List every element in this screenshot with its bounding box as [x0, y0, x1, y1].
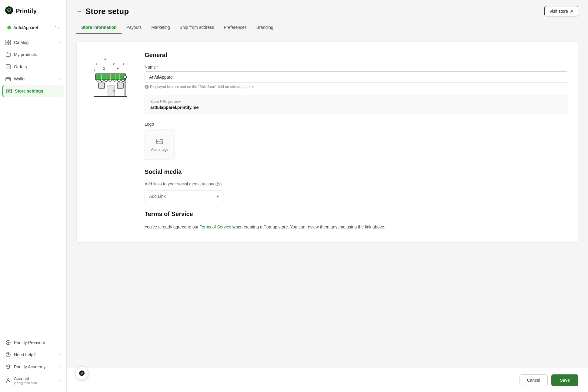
sidebar-item-catalog[interactable]: Catalog › [2, 37, 64, 48]
svg-rect-8 [6, 78, 11, 81]
svg-point-37 [99, 76, 100, 77]
sidebar-item-wallet[interactable]: Wallet › [2, 73, 64, 85]
svg-point-13 [8, 356, 8, 356]
url-preview-label: Store URL preview [150, 100, 563, 104]
logo-section: Logo Add image [145, 122, 568, 160]
sidebar-item-my-products-label: My products [14, 52, 37, 57]
need-help-chevron-icon: › [60, 353, 61, 357]
sidebar-item-printify-academy-label: Printify Academy [14, 364, 45, 369]
logo-label: Logo [145, 122, 568, 127]
visit-store-label: Visit store [550, 9, 568, 14]
svg-rect-3 [8, 40, 11, 42]
app-logo: Printify [0, 0, 66, 22]
store-name: ArtfulApparel [13, 25, 38, 30]
page-header: ← Store setup Visit store ↗ [67, 0, 588, 21]
academy-chevron-icon: › [60, 365, 61, 369]
sidebar-item-orders-label: Orders [14, 64, 27, 69]
sidebar-item-need-help[interactable]: Need help? › [2, 349, 64, 360]
svg-point-38 [122, 76, 123, 77]
tos-title: Terms of Service [145, 211, 568, 218]
required-indicator: * [157, 65, 159, 69]
sidebar-item-account[interactable]: Account john@mail.com › [2, 373, 64, 388]
page-title: Store setup [85, 7, 129, 16]
store-selector-chevron-icon: ⌃↕ [54, 25, 59, 30]
wallet-chevron-icon: › [60, 77, 61, 81]
social-media-title: Social media [145, 168, 568, 175]
logo-upload-button[interactable]: Add image [145, 130, 175, 160]
svg-text:°: ° [123, 63, 124, 67]
add-link-select[interactable]: Add Link ▾ [145, 191, 223, 202]
tab-store-information[interactable]: Store information [76, 21, 122, 34]
svg-point-41 [81, 372, 82, 373]
tabs-bar: Store information Payouts Marketing Ship… [67, 21, 588, 34]
sidebar-item-printify-premium-label: Printify Premium [14, 340, 45, 345]
sidebar-item-orders[interactable]: Orders [2, 61, 64, 73]
wallet-icon [5, 76, 11, 82]
name-input[interactable] [145, 71, 568, 83]
sidebar-item-my-products[interactable]: My products [2, 49, 64, 60]
tos-link[interactable]: Terms of Service [200, 225, 231, 229]
premium-icon [5, 340, 11, 345]
tab-marketing[interactable]: Marketing [146, 21, 175, 34]
name-label: Name * [145, 65, 568, 69]
account-name: Account [14, 376, 37, 381]
catalog-icon [5, 40, 11, 45]
printify-logo-icon [5, 6, 13, 16]
name-hint: i Displayed in store and on the "Ship fr… [145, 85, 568, 89]
sidebar-item-printify-academy[interactable]: Printify Academy › [2, 361, 64, 373]
svg-rect-6 [6, 53, 10, 56]
sidebar-item-store-settings-label: Store settings [15, 89, 43, 93]
cancel-button[interactable]: Cancel [520, 374, 548, 386]
sidebar-item-printify-premium[interactable]: Printify Premium [2, 337, 64, 348]
app-name: Printify [16, 8, 37, 15]
tab-ship-from-address[interactable]: Ship from address [175, 21, 219, 34]
save-button[interactable]: Save [551, 374, 578, 386]
svg-point-36 [125, 76, 126, 78]
store-illustration: + + + ° ° [86, 52, 135, 233]
add-link-placeholder: Add Link [149, 194, 165, 199]
hint-icon: i [145, 85, 149, 89]
svg-point-17 [103, 68, 105, 69]
content-area: + + + ° ° [67, 34, 588, 368]
svg-rect-7 [6, 65, 10, 69]
svg-rect-2 [6, 40, 8, 42]
external-link-icon: ↗ [570, 9, 573, 14]
orders-icon [5, 64, 11, 69]
tab-payouts[interactable]: Payouts [122, 21, 147, 34]
svg-point-18 [113, 63, 114, 64]
sidebar-nav: Catalog › My products Orders [0, 35, 66, 333]
sidebar: Printify ArtfulApparel ⌃↕ Catalog › [0, 0, 67, 392]
main-content: ← Store setup Visit store ↗ Store inform… [67, 0, 588, 392]
back-button[interactable]: ← [76, 8, 82, 15]
add-link-chevron-icon: ▾ [217, 194, 219, 199]
account-chevron-icon: › [60, 378, 61, 383]
store-status-dot [7, 26, 11, 29]
svg-text:°: ° [94, 69, 95, 73]
svg-point-1 [8, 9, 10, 11]
social-media-description: Add links to your social media account(s… [145, 181, 568, 186]
svg-text:+: + [95, 62, 98, 66]
svg-text:+: + [117, 66, 119, 71]
store-selector[interactable]: ArtfulApparel ⌃↕ [2, 22, 64, 33]
svg-point-30 [113, 90, 115, 92]
add-image-icon [156, 138, 163, 146]
sidebar-item-store-settings[interactable]: Store settings [2, 85, 64, 97]
tab-preferences[interactable]: Preferences [219, 21, 251, 34]
svg-rect-5 [8, 43, 11, 45]
add-image-label: Add image [151, 147, 168, 152]
tab-branding[interactable]: Branding [252, 21, 278, 34]
account-icon [5, 378, 11, 383]
footer-actions: Cancel Save [67, 368, 588, 392]
sidebar-item-wallet-label: Wallet [14, 76, 25, 81]
sidebar-item-need-help-label: Need help? [14, 352, 36, 357]
academy-icon [5, 364, 11, 370]
url-preview-value: artfulapparel.printify.me [150, 105, 563, 110]
visit-store-button[interactable]: Visit store ↗ [544, 6, 578, 16]
account-email: john@mail.com [14, 381, 37, 385]
tos-text: You've already agreed to our Terms of Se… [145, 224, 568, 230]
fab-button[interactable] [75, 367, 89, 380]
svg-point-9 [9, 79, 10, 80]
store-settings-icon [6, 88, 12, 94]
form-section: General Name * i Displayed in store and … [145, 52, 568, 233]
sidebar-bottom: Printify Premium Need help? › Printify A… [0, 333, 66, 392]
